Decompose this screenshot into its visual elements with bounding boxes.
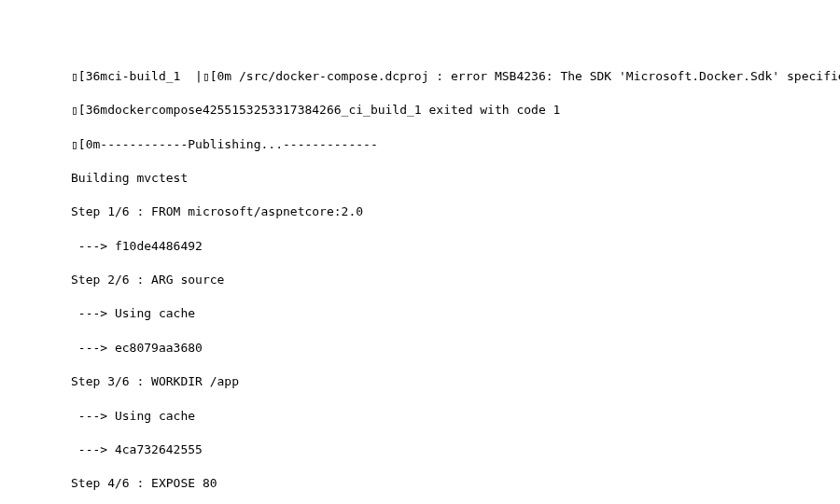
log-line: Step 2/6 : ARG source: [71, 272, 840, 288]
log-line: Step 4/6 : EXPOSE 80: [71, 475, 840, 492]
log-line: Step 1/6 : FROM microsoft/aspnetcore:2.0: [71, 203, 840, 220]
log-line: ---> 4ca732642555: [71, 441, 840, 458]
log-line: ▯[0m------------Publishing...-----------…: [71, 136, 840, 153]
log-line: Step 3/6 : WORKDIR /app: [71, 373, 840, 390]
log-line: ---> Using cache: [71, 408, 840, 425]
log-line: ▯[36mci-build_1 |▯[0m /src/docker-compos…: [71, 68, 840, 85]
log-line: Building mvctest: [71, 170, 840, 187]
log-line: ---> Using cache: [71, 305, 840, 322]
log-line: ---> ec8079aa3680: [71, 340, 840, 357]
log-line: ▯[36mdockercompose4255153253317384266_ci…: [71, 102, 840, 119]
log-line: ---> f10de4486492: [71, 238, 840, 255]
